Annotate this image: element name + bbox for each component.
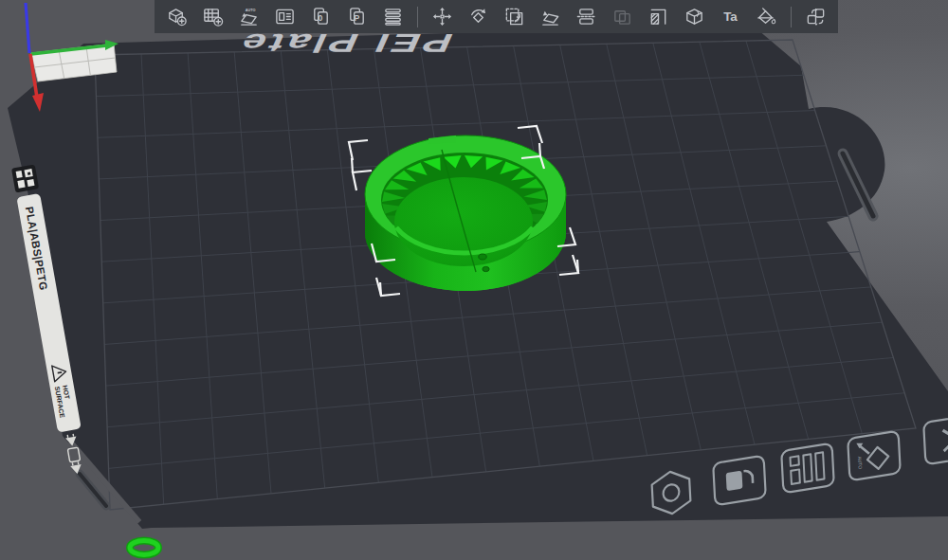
rotate-button[interactable] [466,4,490,30]
split-to-objects-button[interactable]: 0 [309,4,333,30]
add-object-button[interactable] [165,4,189,30]
qr-code-icon [11,164,39,192]
variable-layer-height-button[interactable] [381,4,405,30]
support-painting-button[interactable] [647,4,670,30]
move-button[interactable] [430,4,454,30]
slicer-viewport: PEI Plate PLA|ABS|PETG HOT SURFACE [0,0,948,560]
mirror-button[interactable] [611,4,634,30]
split-parts-glyph: P [354,13,359,23]
text-tool-glyph: Ta [723,9,738,24]
split-objects-glyph: 0 [319,13,323,23]
axis-z-blue [26,3,29,53]
model-hole [479,254,486,260]
arrange-button[interactable] [273,4,297,30]
build-plate-scene: PEI Plate PLA|ABS|PETG HOT SURFACE [0,0,948,560]
auto-label: AUTO [246,9,256,12]
main-toolbar: AUTO 0 P [155,0,838,33]
scale-button[interactable] [502,4,526,30]
color-painting-button[interactable] [755,4,778,30]
assembly-view-button[interactable] [804,4,828,30]
lay-on-face-button[interactable] [538,4,562,30]
toolbar-separator [791,7,792,27]
auto-label: AUTO [857,456,864,470]
add-plate-button[interactable] [201,4,225,30]
text-tool-button[interactable]: Ta [719,4,742,30]
model-green-disc[interactable] [365,135,566,291]
model-hole [483,266,489,271]
seam-painting-button[interactable] [683,4,706,30]
cut-button[interactable] [574,4,598,30]
split-to-parts-button[interactable]: P [345,4,369,30]
model-small-ring[interactable] [130,541,158,555]
auto-orient-button[interactable]: AUTO [237,4,261,30]
toolbar-separator [417,7,418,27]
